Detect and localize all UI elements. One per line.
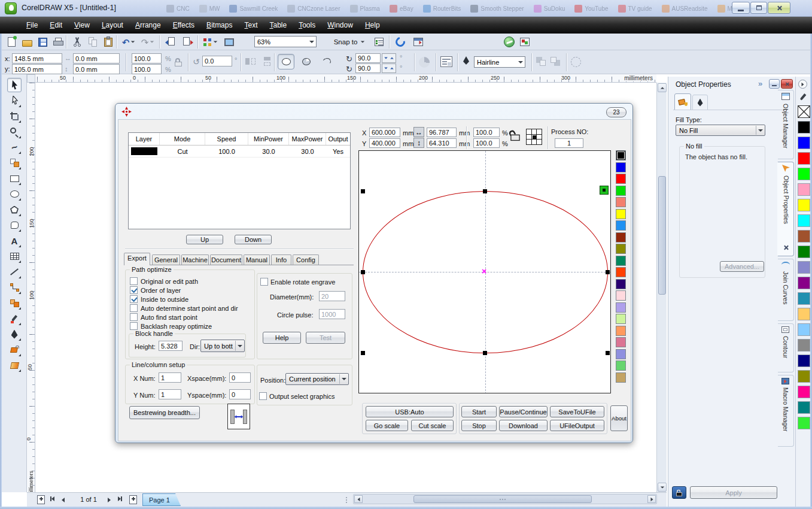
help-button[interactable]: Help bbox=[263, 332, 301, 344]
table-tool[interactable] bbox=[7, 249, 22, 263]
original-or-edit-path-checkbox[interactable] bbox=[130, 277, 138, 285]
docker-minimize-button[interactable] bbox=[769, 79, 780, 89]
save-to-ufile-button[interactable]: SaveToUFile bbox=[550, 406, 604, 417]
anchor-center[interactable] bbox=[533, 135, 536, 139]
close-button[interactable] bbox=[768, 2, 790, 14]
copy-icon[interactable] bbox=[86, 35, 99, 49]
scale-y-field[interactable]: 100.0 bbox=[473, 138, 500, 148]
laser-engraving-manager-icon[interactable] bbox=[503, 35, 516, 49]
options-icon[interactable] bbox=[372, 35, 385, 49]
tab-info[interactable]: Info bbox=[271, 255, 291, 265]
add-page-button[interactable] bbox=[37, 495, 45, 504]
advanced-button[interactable]: Advanced... bbox=[720, 261, 764, 272]
outline-tab[interactable] bbox=[692, 95, 708, 110]
undo-dropdown-icon[interactable] bbox=[131, 41, 135, 43]
tab-manual[interactable]: Manual bbox=[244, 255, 270, 265]
scroll-down-button[interactable] bbox=[658, 483, 667, 492]
inside-to-outside-checkbox[interactable] bbox=[130, 295, 138, 303]
apply-button[interactable]: Apply bbox=[690, 486, 777, 499]
fill-tool[interactable] bbox=[7, 343, 22, 357]
selection-handle[interactable] bbox=[483, 351, 487, 355]
y-num-field[interactable]: 1 bbox=[159, 389, 181, 399]
color-swatch[interactable] bbox=[798, 199, 810, 211]
cut-icon[interactable] bbox=[71, 35, 84, 49]
bookmark-item[interactable]: AUSReadsite bbox=[662, 3, 708, 14]
color-swatch[interactable] bbox=[798, 183, 810, 196]
auto-find-start-checkbox[interactable] bbox=[130, 313, 138, 321]
color-swatch[interactable] bbox=[798, 292, 810, 305]
stop-button[interactable]: Stop bbox=[461, 420, 497, 431]
download-button[interactable]: Download bbox=[499, 420, 548, 431]
palette-swatch[interactable] bbox=[616, 290, 626, 301]
pie-mode-button[interactable] bbox=[299, 55, 314, 68]
to-front-icon[interactable] bbox=[536, 57, 547, 66]
scale-horizontal-field[interactable]: 100.0 bbox=[132, 53, 162, 63]
new-document-icon[interactable] bbox=[5, 35, 18, 49]
rotation-angle-field[interactable]: 0.0 bbox=[202, 56, 232, 66]
tab-contour[interactable]: Contour bbox=[778, 323, 794, 372]
corel-connect-icon[interactable] bbox=[223, 35, 236, 49]
redo-button[interactable]: ↷ bbox=[140, 35, 156, 49]
smart-fill-tool[interactable] bbox=[7, 156, 22, 170]
backlash-optimize-checkbox[interactable] bbox=[130, 322, 138, 330]
process-no-field[interactable]: 1 bbox=[555, 138, 583, 148]
previous-page-button[interactable] bbox=[62, 496, 65, 504]
yspace-field[interactable]: 0 bbox=[229, 389, 251, 399]
about-button[interactable]: About bbox=[610, 405, 628, 431]
tab-join-curves[interactable]: Join Curves bbox=[778, 259, 794, 321]
text-tool[interactable]: A bbox=[7, 234, 22, 248]
color-swatch[interactable] bbox=[798, 417, 810, 429]
bookmark-item[interactable]: Smooth Stepper bbox=[470, 3, 524, 14]
basic-shapes-tool[interactable] bbox=[7, 218, 22, 232]
color-swatch[interactable] bbox=[798, 355, 810, 367]
fill-tab[interactable] bbox=[674, 93, 691, 110]
zoom-dropdown-button[interactable] bbox=[307, 37, 316, 47]
bookmark-item[interactable]: SuDoku bbox=[534, 3, 565, 14]
blend-tool[interactable] bbox=[7, 296, 22, 310]
change-direction-icon[interactable] bbox=[419, 57, 430, 68]
fill-type-combobox[interactable]: No Fill bbox=[676, 125, 765, 136]
color-swatch[interactable] bbox=[798, 308, 810, 320]
palette-swatch[interactable] bbox=[616, 220, 626, 231]
palette-eyedropper-icon[interactable] bbox=[799, 92, 808, 103]
height-field[interactable]: 64.310 bbox=[427, 138, 457, 148]
maximize-button[interactable] bbox=[750, 2, 767, 14]
bookmark-item[interactable]: eBay bbox=[390, 3, 413, 14]
horizontal-scroll-thumb[interactable] bbox=[413, 495, 592, 503]
color-swatch[interactable] bbox=[798, 168, 810, 180]
column-header[interactable]: Output bbox=[326, 133, 350, 145]
column-header[interactable]: Layer bbox=[129, 133, 160, 145]
palette-swatch[interactable] bbox=[616, 232, 626, 243]
height-lock-button[interactable]: ↕ bbox=[413, 138, 424, 148]
tab-macro-manager[interactable]: Macro Manager bbox=[778, 375, 794, 447]
color-swatch[interactable] bbox=[798, 339, 810, 352]
outline-width-dropdown[interactable] bbox=[516, 57, 525, 67]
direction-combobox[interactable]: Up to bott bbox=[200, 340, 245, 352]
palette-swatch[interactable] bbox=[616, 162, 626, 172]
palette-swatch[interactable] bbox=[616, 244, 626, 254]
start-angle-spinner[interactable] bbox=[382, 53, 396, 63]
color-swatch[interactable] bbox=[798, 152, 810, 165]
canvas-vertical-scrollbar[interactable] bbox=[656, 83, 667, 492]
anchor-grid[interactable] bbox=[526, 129, 542, 145]
vertical-ruler[interactable]: 200 150 100 50 0 millimeters bbox=[27, 83, 35, 492]
application-launcher-button[interactable] bbox=[202, 35, 219, 49]
palette-swatch[interactable] bbox=[616, 314, 626, 324]
polygon-tool[interactable] bbox=[7, 202, 22, 217]
end-angle-field[interactable]: 90.0 bbox=[355, 63, 381, 73]
color-swatch[interactable] bbox=[798, 277, 810, 289]
menu-bitmaps[interactable]: Bitmaps bbox=[200, 19, 238, 32]
scale-x-field[interactable]: 100.0 bbox=[473, 128, 500, 137]
dimension-tool[interactable] bbox=[7, 265, 22, 279]
start-button[interactable]: Start bbox=[461, 406, 497, 417]
scale-vertical-field[interactable]: 100.0 bbox=[132, 64, 162, 74]
palette-swatch[interactable] bbox=[616, 360, 626, 371]
tab-machine[interactable]: Machine bbox=[181, 255, 209, 265]
y-position-field[interactable]: 105.0 mm bbox=[12, 64, 62, 74]
menu-arrange[interactable]: Arrange bbox=[129, 19, 167, 32]
arc-mode-button[interactable] bbox=[320, 55, 334, 68]
menu-table[interactable]: Table bbox=[263, 19, 293, 32]
color-swatch[interactable] bbox=[798, 230, 810, 243]
import-icon[interactable] bbox=[164, 35, 177, 49]
color-swatch[interactable] bbox=[798, 214, 810, 227]
